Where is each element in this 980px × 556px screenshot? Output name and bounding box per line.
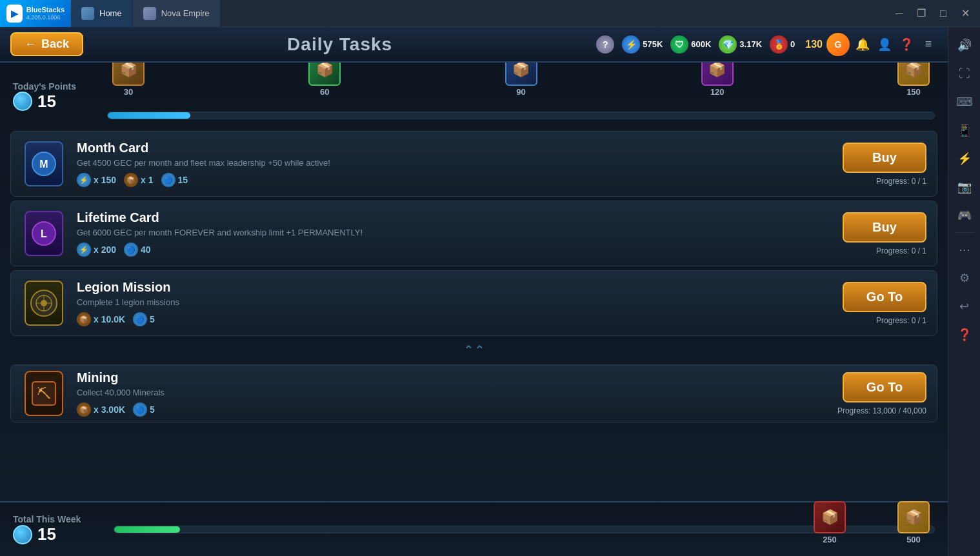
milestone-container: 📦 30 📦 60 📦 90 📦 120 bbox=[107, 73, 935, 119]
weekly-milestones: 📦 250 📦 500 bbox=[814, 501, 935, 544]
tab-nova-empire[interactable]: Nova Empire bbox=[133, 0, 221, 27]
task-legion-mission: Legion Mission Complete 1 legion mission… bbox=[10, 270, 937, 336]
bell-icon[interactable]: 🔔 bbox=[854, 35, 872, 54]
mining-info: Mining Collect 40,000 Minerals 📦 x 3.00K… bbox=[77, 370, 827, 417]
lifetime-card-icon-wrapper: L bbox=[21, 211, 66, 256]
task-mining: ⛏ Mining Collect 40,000 Minerals 📦 x 3.0… bbox=[10, 364, 937, 422]
shield-icon: 🛡 bbox=[670, 35, 688, 54]
crystal-value: 3.17K bbox=[739, 39, 762, 49]
legion-reward-2: 🔵 5 bbox=[133, 312, 155, 326]
milestone-150: 📦 150 bbox=[897, 63, 930, 97]
legion-mission-desc: Complete 1 legion missions bbox=[77, 297, 832, 307]
mining-action: Go To Progress: 13,000 / 40,000 bbox=[837, 372, 926, 415]
lifetime-card-action: Buy Progress: 0 / 1 bbox=[843, 212, 926, 255]
sidebar-settings-icon[interactable]: ⚙ bbox=[953, 266, 976, 290]
lifetime-reward-2-icon: 🔵 bbox=[124, 243, 138, 257]
legion-mission-progress: Progress: 0 / 1 bbox=[876, 316, 926, 325]
energy-icon: ⚡ bbox=[622, 35, 640, 54]
legion-reward-1-label: x 10.0K bbox=[94, 314, 125, 324]
mining-goto-button[interactable]: Go To bbox=[843, 372, 926, 402]
legion-mission-goto-button[interactable]: Go To bbox=[843, 282, 926, 312]
weekly-milestone-250-label: 250 bbox=[823, 535, 837, 544]
weekly-label: Total This Week bbox=[13, 514, 103, 524]
title-bar-right: ─ ❐ □ ✕ bbox=[890, 4, 980, 23]
legion-mission-icon bbox=[25, 281, 63, 326]
title-bar-left: ▶ BlueStacks 4.205.0.1006 Home Nova Empi… bbox=[0, 0, 221, 27]
bluestacks-name: BlueStacks bbox=[26, 6, 65, 14]
weekly-points-display: 15 bbox=[13, 524, 103, 544]
gold-count: 130 bbox=[805, 39, 823, 50]
sidebar-gamepad-icon[interactable]: 🎮 bbox=[953, 204, 976, 227]
home-tab-icon bbox=[81, 7, 94, 20]
energy-value: 575K bbox=[643, 39, 663, 49]
milestone-60-label: 60 bbox=[320, 87, 329, 97]
lifetime-card-buy-button[interactable]: Buy bbox=[843, 212, 926, 243]
legion-mission-info: Legion Mission Complete 1 legion mission… bbox=[77, 280, 832, 326]
milestone-120-label: 120 bbox=[710, 87, 725, 97]
bluestacks-circle-btn[interactable]: G bbox=[826, 33, 850, 56]
sidebar-lightning-icon[interactable]: ⚡ bbox=[953, 147, 976, 170]
lifetime-card-name: Lifetime Card bbox=[77, 210, 832, 225]
month-card-rewards: ⚡ x 150 📦 x 1 🔵 15 bbox=[77, 173, 832, 187]
lifetime-reward-2: 🔵 40 bbox=[124, 243, 151, 257]
weekly-progress-fill bbox=[114, 526, 180, 533]
weekly-progress-bar bbox=[114, 526, 935, 533]
maximize-button[interactable]: □ bbox=[934, 4, 953, 23]
weekly-bottom-bar: Total This Week 15 📦 250 📦 500 bbox=[0, 501, 948, 556]
menu-icon[interactable]: ≡ bbox=[919, 35, 937, 54]
sidebar-sound-icon[interactable]: 🔊 bbox=[953, 34, 976, 57]
mining-reward-1: 📦 x 3.00K bbox=[77, 402, 125, 417]
sidebar-keyboard-icon[interactable]: ⌨ bbox=[953, 90, 976, 114]
sidebar-phone-icon[interactable]: 📱 bbox=[953, 119, 976, 142]
restore-button[interactable]: ❐ bbox=[912, 4, 931, 23]
sidebar-more-icon[interactable]: ⋯ bbox=[953, 238, 976, 261]
task-month-card: M Month Card Get 4500 GEC per month and … bbox=[10, 131, 937, 197]
legion-mission-name: Legion Mission bbox=[77, 280, 832, 295]
legion-reward-2-label: 5 bbox=[150, 314, 155, 324]
shield-value: 600K bbox=[691, 39, 711, 49]
daily-progress-section: Today's Points 15 📦 30 📦 60 bbox=[0, 63, 948, 124]
daily-points-display: 15 bbox=[13, 92, 97, 112]
task-lifetime-card: L Lifetime Card Get 6000 GEC per month F… bbox=[10, 201, 937, 266]
resource-bar: ? ⚡ 575K 🛡 600K 💎 3.17K 🏅 0 bbox=[596, 35, 795, 54]
daily-progress-bar bbox=[107, 112, 935, 119]
weekly-milestone-250: 📦 250 bbox=[814, 501, 846, 544]
minimize-button[interactable]: ─ bbox=[890, 4, 909, 23]
weekly-milestone-250-box: 📦 bbox=[814, 501, 846, 533]
back-label: Back bbox=[41, 37, 69, 51]
help-icon[interactable]: ❓ bbox=[897, 35, 915, 54]
mining-reward-1-label: x 3.00K bbox=[94, 404, 125, 415]
sidebar-back-icon[interactable]: ↩ bbox=[953, 295, 976, 318]
close-button[interactable]: ✕ bbox=[955, 4, 975, 23]
milestone-120-box: 📦 bbox=[701, 63, 734, 86]
mining-reward-2-icon: 🔵 bbox=[133, 402, 147, 417]
resource-badge: 🏅 0 bbox=[770, 35, 795, 54]
month-card-desc: Get 4500 GEC per month and fleet max lea… bbox=[77, 158, 832, 168]
resource-crystal: 💎 3.17K bbox=[719, 35, 762, 54]
month-card-icon: M bbox=[25, 141, 63, 186]
profile-icon[interactable]: 👤 bbox=[875, 35, 894, 54]
svg-text:M: M bbox=[39, 159, 48, 170]
right-sidebar: 🔊 ⛶ ⌨ 📱 ⚡ 📷 🎮 ⋯ ⚙ ↩ ❓ bbox=[948, 27, 980, 556]
tab-home[interactable]: Home bbox=[71, 0, 133, 27]
month-card-svg: M bbox=[31, 151, 57, 177]
tab-nova-label: Nova Empire bbox=[161, 8, 210, 18]
mining-progress: Progress: 13,000 / 40,000 bbox=[837, 406, 926, 415]
back-button[interactable]: ← Back bbox=[10, 32, 83, 56]
month-card-buy-button[interactable]: Buy bbox=[843, 143, 926, 173]
resource-question: ? bbox=[596, 35, 614, 54]
lifetime-card-icon: L bbox=[25, 211, 63, 256]
milestone-150-label: 150 bbox=[906, 87, 921, 97]
question-icon: ? bbox=[596, 35, 614, 54]
milestone-120: 📦 120 bbox=[701, 63, 734, 97]
game-topbar: ← Back Daily Tasks ? ⚡ 575K 🛡 600K 💎 3.1… bbox=[0, 27, 948, 63]
sidebar-fullscreen-icon[interactable]: ⛶ bbox=[953, 62, 976, 85]
scroll-up-icon: ⌃⌃ bbox=[463, 343, 485, 358]
resource-energy: ⚡ 575K bbox=[622, 35, 663, 54]
milestone-60-box: 📦 bbox=[308, 63, 341, 86]
daily-progress-fill bbox=[108, 112, 190, 119]
sidebar-camera-icon[interactable]: 📷 bbox=[953, 175, 976, 199]
sidebar-help-icon[interactable]: ❓ bbox=[953, 323, 976, 346]
weekly-milestone-500-label: 500 bbox=[906, 535, 921, 544]
milestone-30-label: 30 bbox=[124, 87, 133, 97]
